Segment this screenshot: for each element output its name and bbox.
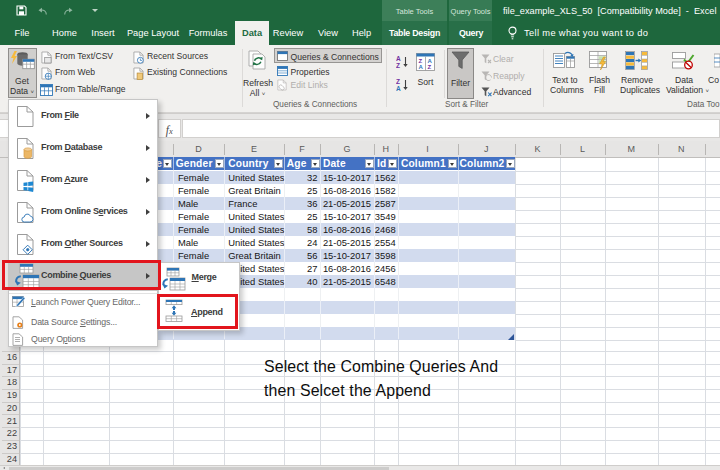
svg-text:Z: Z — [418, 57, 422, 63]
svg-text:A: A — [396, 55, 401, 62]
svg-text:Z: Z — [396, 78, 400, 85]
svg-text:Z: Z — [428, 64, 432, 70]
svg-text:A: A — [396, 85, 401, 91]
svg-text:Z: Z — [396, 62, 400, 68]
svg-text:A: A — [428, 57, 433, 63]
svg-text:A: A — [418, 64, 423, 70]
